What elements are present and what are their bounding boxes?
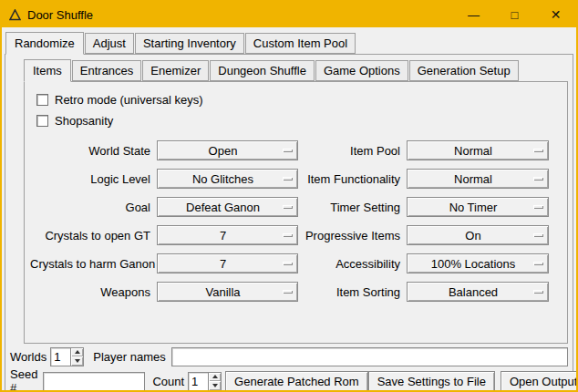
tab-enemizer[interactable]: Enemizer bbox=[142, 60, 209, 81]
logic-level-value: No Glitches bbox=[192, 172, 253, 186]
menu-indicator-icon bbox=[283, 177, 293, 181]
worlds-down-button[interactable] bbox=[71, 356, 83, 366]
seed-input[interactable] bbox=[43, 372, 145, 391]
save-settings-button[interactable]: Save Settings to File bbox=[368, 371, 495, 392]
worlds-stepper-arrows bbox=[70, 347, 84, 366]
world-state-label: World State bbox=[30, 144, 150, 158]
inner-notebook: Items Entrances Enemizer Dungeon Shuffle… bbox=[5, 55, 573, 344]
shopsanity-checkbox-box[interactable] bbox=[36, 115, 48, 127]
generate-patched-rom-button[interactable]: Generate Patched Rom bbox=[225, 371, 368, 392]
crystals-ganon-label: Crystals to harm Ganon bbox=[30, 257, 150, 271]
retro-mode-label: Retro mode (universal keys) bbox=[55, 93, 203, 107]
worlds-label: Worlds bbox=[10, 350, 46, 364]
crystals-gt-label: Crystals to open GT bbox=[30, 229, 150, 242]
weapons-value: Vanilla bbox=[205, 285, 240, 299]
items-pane: Retro mode (universal keys) Shopsanity W… bbox=[24, 81, 568, 344]
menu-indicator-icon bbox=[283, 262, 293, 265]
logic-level-label: Logic Level bbox=[30, 172, 150, 186]
checkbox-shopsanity[interactable]: Shopsanity bbox=[30, 110, 562, 131]
checkbox-retro-mode[interactable]: Retro mode (universal keys) bbox=[30, 89, 562, 110]
goal-value: Defeat Ganon bbox=[186, 201, 260, 214]
accessibility-label: Accessibility bbox=[304, 257, 400, 271]
weapons-label: Weapons bbox=[30, 285, 150, 299]
menu-indicator-icon bbox=[283, 205, 293, 209]
worlds-up-button[interactable] bbox=[71, 348, 83, 357]
count-stepper bbox=[188, 372, 222, 391]
window-title: Door Shuffle bbox=[27, 8, 93, 22]
world-state-dropdown[interactable]: Open bbox=[157, 140, 298, 160]
minimize-button[interactable]: — bbox=[453, 2, 494, 27]
window: Door Shuffle — □ ✕ Randomize Adjust Star… bbox=[0, 0, 578, 392]
tab-dungeon-shuffle[interactable]: Dungeon Shuffle bbox=[210, 60, 315, 81]
player-names-input[interactable] bbox=[171, 347, 568, 366]
footer-row-seed: Seed # Count Generate Patched Rom S bbox=[10, 370, 568, 392]
tab-entrances[interactable]: Entrances bbox=[72, 60, 142, 81]
footer-row-worlds: Worlds Player names bbox=[10, 346, 568, 367]
count-input[interactable] bbox=[188, 372, 208, 391]
arrow-up-icon bbox=[75, 350, 80, 354]
menu-indicator-icon bbox=[533, 290, 543, 294]
timer-setting-dropdown[interactable]: No Timer bbox=[407, 197, 549, 217]
item-sorting-value: Balanced bbox=[449, 285, 498, 299]
window-controls: — □ ✕ bbox=[453, 2, 576, 27]
footer: Worlds Player names Seed # bbox=[5, 344, 573, 392]
tab-generation-setup[interactable]: Generation Setup bbox=[409, 60, 519, 81]
crystals-gt-value: 7 bbox=[220, 229, 226, 242]
item-pool-dropdown[interactable]: Normal bbox=[407, 140, 549, 160]
timer-setting-value: No Timer bbox=[449, 201, 498, 214]
shopsanity-label: Shopsanity bbox=[55, 114, 113, 128]
goal-dropdown[interactable]: Defeat Ganon bbox=[157, 197, 298, 217]
tab-items[interactable]: Items bbox=[24, 59, 71, 82]
item-functionality-dropdown[interactable]: Normal bbox=[407, 169, 549, 189]
arrow-down-icon bbox=[212, 384, 218, 387]
titlebar: Door Shuffle — □ ✕ bbox=[2, 2, 576, 27]
maximize-button[interactable]: □ bbox=[494, 2, 535, 27]
menu-indicator-icon bbox=[533, 149, 543, 152]
inner-tab-bar: Items Entrances Enemizer Dungeon Shuffle… bbox=[24, 58, 568, 81]
count-down-button[interactable] bbox=[209, 381, 221, 390]
accessibility-dropdown[interactable]: 100% Locations bbox=[407, 253, 549, 273]
item-functionality-label: Item Functionality bbox=[304, 172, 400, 186]
player-names-label: Player names bbox=[93, 350, 165, 364]
item-pool-label: Item Pool bbox=[304, 144, 400, 158]
window-body: Randomize Adjust Starting Inventory Cust… bbox=[2, 27, 576, 392]
tab-starting-inventory[interactable]: Starting Inventory bbox=[135, 33, 244, 54]
menu-indicator-icon bbox=[533, 233, 543, 237]
menu-indicator-icon bbox=[283, 149, 293, 152]
open-output-directory-button[interactable]: Open Output Directory bbox=[501, 371, 578, 392]
tab-custom-item-pool[interactable]: Custom Item Pool bbox=[245, 33, 356, 54]
arrow-up-icon bbox=[212, 375, 218, 378]
crystals-ganon-dropdown[interactable]: 7 bbox=[157, 253, 298, 273]
progressive-items-dropdown[interactable]: On bbox=[407, 225, 549, 245]
weapons-dropdown[interactable]: Vanilla bbox=[157, 282, 298, 302]
timer-setting-label: Timer Setting bbox=[304, 201, 400, 214]
retro-mode-checkbox-box[interactable] bbox=[36, 94, 48, 106]
menu-indicator-icon bbox=[533, 177, 543, 181]
tab-game-options[interactable]: Game Options bbox=[315, 60, 408, 81]
seed-label: Seed # bbox=[10, 367, 37, 392]
tab-randomize[interactable]: Randomize bbox=[5, 32, 84, 55]
outer-tab-bar: Randomize Adjust Starting Inventory Cust… bbox=[2, 27, 576, 54]
progressive-items-value: On bbox=[465, 229, 480, 242]
crystals-ganon-value: 7 bbox=[220, 257, 226, 271]
options-form: World State Open Item Pool Normal Logic … bbox=[30, 140, 562, 302]
item-pool-value: Normal bbox=[454, 144, 492, 158]
item-sorting-dropdown[interactable]: Balanced bbox=[407, 282, 549, 302]
count-up-button[interactable] bbox=[209, 373, 221, 382]
menu-indicator-icon bbox=[283, 233, 293, 237]
crystals-gt-dropdown[interactable]: 7 bbox=[157, 225, 298, 245]
tab-adjust[interactable]: Adjust bbox=[85, 33, 134, 54]
randomize-pane: Items Entrances Enemizer Dungeon Shuffle… bbox=[5, 54, 573, 392]
close-button[interactable]: ✕ bbox=[535, 2, 576, 27]
item-sorting-label: Item Sorting bbox=[304, 285, 400, 299]
arrow-down-icon bbox=[75, 359, 80, 363]
accessibility-value: 100% Locations bbox=[431, 257, 516, 271]
worlds-input[interactable] bbox=[50, 347, 70, 366]
logic-level-dropdown[interactable]: No Glitches bbox=[157, 169, 298, 189]
item-functionality-value: Normal bbox=[454, 172, 492, 186]
menu-indicator-icon bbox=[283, 290, 293, 294]
world-state-value: Open bbox=[209, 144, 238, 158]
menu-indicator-icon bbox=[533, 262, 543, 265]
progressive-items-label: Progressive Items bbox=[304, 229, 400, 242]
count-stepper-arrows bbox=[208, 372, 222, 391]
